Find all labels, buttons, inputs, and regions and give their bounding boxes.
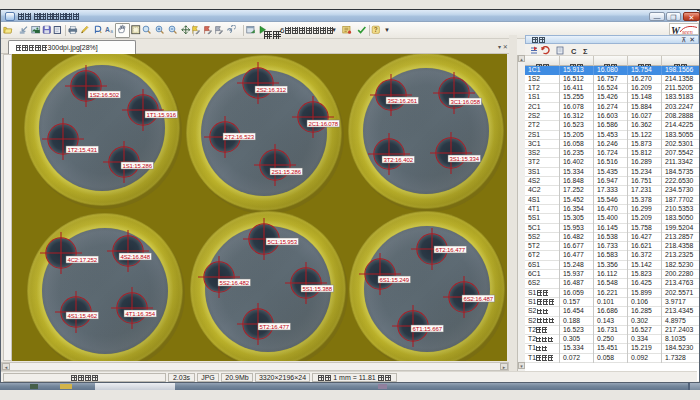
svg-text:5S1:15.388: 5S1:15.388: [303, 286, 333, 292]
svg-text:4S2:16.848: 4S2:16.848: [121, 254, 151, 260]
svg-text:6S2:16.487: 6S2:16.487: [464, 296, 494, 302]
svg-text:2S2:16.312: 2S2:16.312: [257, 87, 287, 93]
svg-text:2C1:16.078: 2C1:16.078: [309, 121, 339, 127]
svg-text:A: A: [105, 26, 110, 33]
svg-text:seen: seen: [682, 29, 693, 35]
svg-text:6S1:15.249: 6S1:15.249: [380, 277, 410, 283]
svg-text:W: W: [671, 25, 681, 35]
svg-text:6T1:15.667: 6T1:15.667: [413, 326, 443, 332]
svg-text:C: C: [571, 46, 577, 55]
svg-text:3T2:16.402: 3T2:16.402: [384, 157, 414, 163]
svg-text:2S1:15.286: 2S1:15.286: [272, 169, 302, 175]
svg-text:4C2:17.252: 4C2:17.252: [68, 257, 98, 263]
svg-text:a: a: [110, 29, 113, 34]
svg-text:3S2:16.261: 3S2:16.261: [388, 98, 418, 104]
svg-text:1T1:15.916: 1T1:15.916: [147, 112, 177, 118]
svg-text:Σ: Σ: [583, 46, 588, 55]
svg-text:1T2:15.431: 1T2:15.431: [68, 147, 98, 153]
svg-text:3S1:15.334: 3S1:15.334: [450, 156, 480, 162]
svg-text:4S1:15.462: 4S1:15.462: [68, 313, 98, 319]
svg-text:2T2:16.523: 2T2:16.523: [225, 134, 255, 140]
svg-text:3C1:16.058: 3C1:16.058: [451, 99, 481, 105]
svg-text:?: ?: [374, 26, 378, 33]
svg-text:1S2:16.502: 1S2:16.502: [90, 92, 120, 98]
svg-text:6T2:16.477: 6T2:16.477: [436, 247, 466, 253]
svg-text:5C1:15.953: 5C1:15.953: [268, 239, 298, 245]
svg-text:4T1:16.354: 4T1:16.354: [126, 311, 156, 317]
svg-text:5S2:16.482: 5S2:16.482: [220, 280, 250, 286]
svg-text:1S1:15.286: 1S1:15.286: [123, 163, 153, 169]
svg-text:5T2:16.477: 5T2:16.477: [260, 324, 290, 330]
